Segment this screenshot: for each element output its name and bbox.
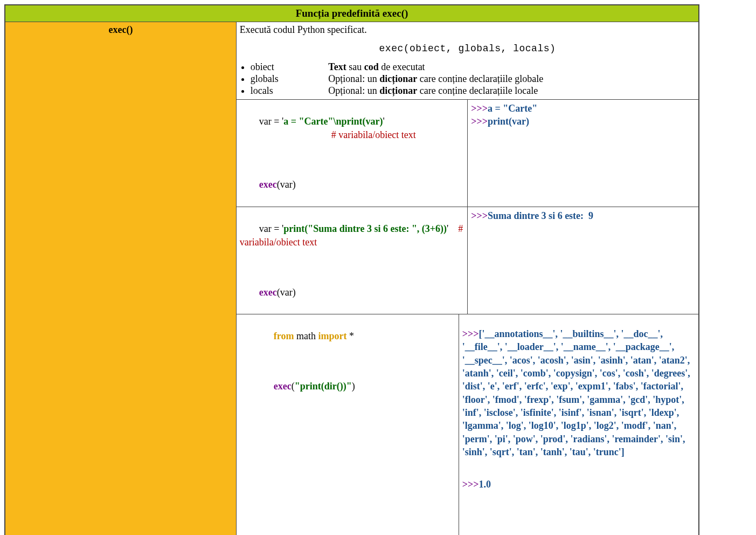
example-2-code: var = 'print("Suma dintre 3 si 6 este: "… [236,207,467,314]
example-1-code: var = 'a = "Carte"\nprint(var)'# variabi… [236,100,467,207]
table-title: Funcția predefinită exec() [5,5,699,22]
param-list: obiect Text sau cod de executat globals … [251,61,695,97]
example-3: from math import * exec("print(dir())") … [236,314,699,535]
description-lead: Execută codul Python specificat. [240,24,695,36]
param-obiect: obiect Text sau cod de executat [251,61,695,73]
function-name-cell: exec() [5,22,236,536]
example-3-code: from math import * exec("print(dir())") … [237,314,459,535]
example-3-output: >>>['__annotations__', '__builtins__', '… [459,314,698,535]
param-locals: locals Opțional: un dicționar care conți… [251,85,695,97]
signature: exec(obiect, globals, locals) [240,43,695,54]
example-1-output: >>>a = "Carte" >>>print(var) [468,100,699,207]
description-cell: Execută codul Python specificat. exec(ob… [236,22,699,100]
param-globals: globals Opțional: un dicționar care conț… [251,73,695,85]
exec-function-table: Funcția predefinită exec() exec() Execut… [4,4,699,535]
example-2-output: >>>Suma dintre 3 si 6 este: 9 [468,207,699,314]
